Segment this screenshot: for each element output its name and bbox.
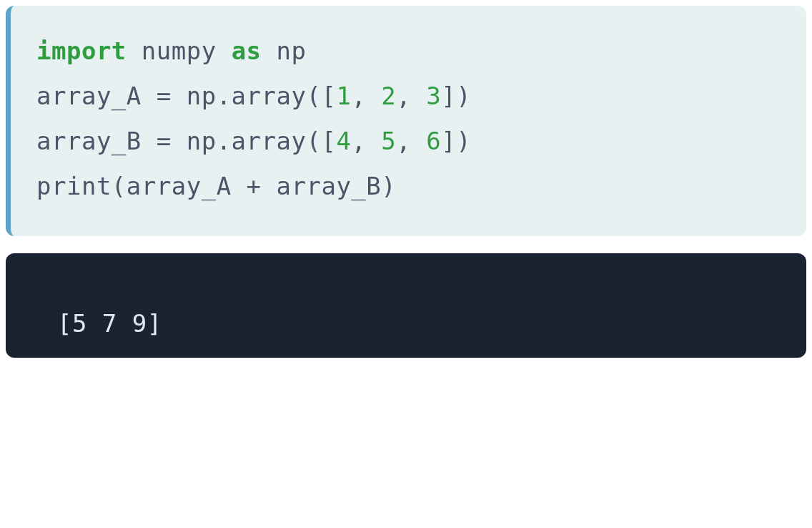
code-block: import numpy as np array_A = np.array([1… bbox=[6, 6, 806, 236]
keyword-as: as bbox=[232, 36, 262, 65]
code-text: , bbox=[351, 127, 381, 155]
output-text: [5 7 9] bbox=[57, 309, 162, 338]
code-text: ]) bbox=[441, 82, 471, 110]
number-literal: 1 bbox=[336, 82, 351, 110]
code-line-6: print(array_A + array_B) bbox=[36, 164, 781, 209]
number-literal: 4 bbox=[336, 127, 351, 155]
output-block: [5 7 9] bbox=[6, 253, 806, 358]
number-literal: 2 bbox=[381, 82, 396, 110]
code-text: ]) bbox=[441, 127, 471, 155]
number-literal: 6 bbox=[426, 127, 441, 155]
code-text: array_B = np.array([ bbox=[36, 127, 336, 155]
code-text: , bbox=[396, 82, 426, 110]
number-literal: 3 bbox=[426, 82, 441, 110]
code-text: print(array_A + array_B) bbox=[36, 172, 396, 200]
code-line-3: array_A = np.array([1, 2, 3]) bbox=[36, 74, 781, 119]
module-name: numpy bbox=[127, 36, 232, 65]
keyword-import: import bbox=[36, 36, 127, 65]
code-text: , bbox=[351, 82, 381, 110]
code-text: array_A = np.array([ bbox=[36, 82, 336, 110]
number-literal: 5 bbox=[381, 127, 396, 155]
code-text: , bbox=[396, 127, 426, 155]
code-line-1: import numpy as np bbox=[36, 29, 781, 74]
code-line-4: array_B = np.array([4, 5, 6]) bbox=[36, 119, 781, 164]
alias-name: np bbox=[262, 36, 307, 65]
